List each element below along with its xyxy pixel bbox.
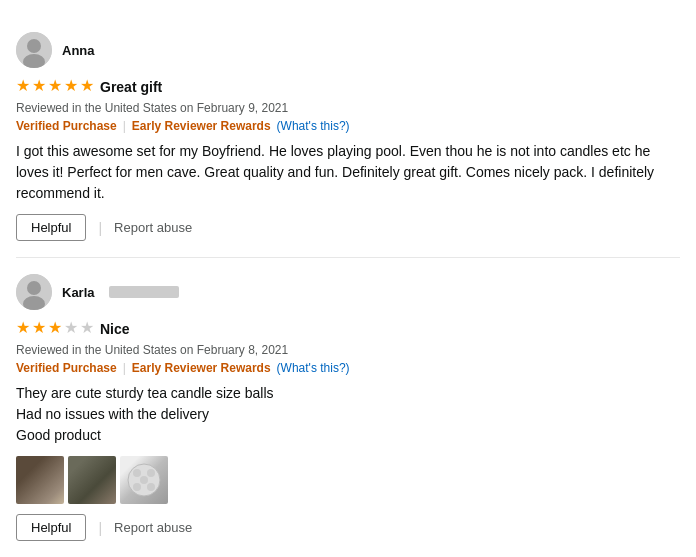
stars-row-1: ★ ★ ★ ★ ★ Great gift bbox=[16, 76, 680, 97]
svg-point-7 bbox=[133, 469, 141, 477]
review-item-1: Anna ★ ★ ★ ★ ★ Great gift Reviewed in th… bbox=[16, 16, 680, 258]
review-body-2: They are cute sturdy tea candle size bal… bbox=[16, 383, 680, 446]
reviewer-name-1: Anna bbox=[62, 43, 95, 58]
svg-point-1 bbox=[27, 39, 41, 53]
svg-point-11 bbox=[140, 476, 148, 484]
badges-1: Verified Purchase | Early Reviewer Rewar… bbox=[16, 119, 680, 133]
avatar-2 bbox=[16, 274, 52, 310]
reviewer-name-2: Karla bbox=[62, 285, 95, 300]
review-body-line-3: Good product bbox=[16, 425, 680, 446]
review-title-1: Great gift bbox=[100, 79, 162, 95]
stars-row-2: ★ ★ ★ ★ ★ Nice bbox=[16, 318, 680, 339]
actions-2: Helpful | Report abuse bbox=[16, 514, 680, 541]
review-item-2: Karla ★ ★ ★ ★ ★ Nice Reviewed in the Uni… bbox=[16, 258, 680, 557]
star-1-5: ★ bbox=[80, 76, 94, 95]
separator-2: | bbox=[123, 361, 126, 375]
stars-2: ★ ★ ★ ★ ★ bbox=[16, 318, 94, 337]
separator-1: | bbox=[123, 119, 126, 133]
review-body-line-1: They are cute sturdy tea candle size bal… bbox=[16, 383, 680, 404]
star-2-2: ★ bbox=[32, 318, 46, 337]
review-date-1: Reviewed in the United States on Februar… bbox=[16, 101, 680, 115]
verified-badge-2: Verified Purchase bbox=[16, 361, 117, 375]
review-image-2[interactable] bbox=[68, 456, 116, 504]
whats-this-link-1[interactable]: (What's this?) bbox=[277, 119, 350, 133]
action-divider-2: | bbox=[98, 520, 102, 536]
report-abuse-link-1[interactable]: Report abuse bbox=[114, 220, 192, 235]
review-image-3[interactable] bbox=[120, 456, 168, 504]
star-1-3: ★ bbox=[48, 76, 62, 95]
star-2-5: ★ bbox=[80, 318, 94, 337]
review-image-1[interactable] bbox=[16, 456, 64, 504]
star-2-4: ★ bbox=[64, 318, 78, 337]
star-1-4: ★ bbox=[64, 76, 78, 95]
star-1-1: ★ bbox=[16, 76, 30, 95]
review-body-line-2: Had no issues with the delivery bbox=[16, 404, 680, 425]
review-images-2 bbox=[16, 456, 680, 504]
action-divider-1: | bbox=[98, 220, 102, 236]
helpful-button-2[interactable]: Helpful bbox=[16, 514, 86, 541]
report-abuse-link-2[interactable]: Report abuse bbox=[114, 520, 192, 535]
star-1-2: ★ bbox=[32, 76, 46, 95]
review-date-2: Reviewed in the United States on Februar… bbox=[16, 343, 680, 357]
svg-point-8 bbox=[147, 469, 155, 477]
reviewer-header-1: Anna bbox=[16, 32, 680, 68]
star-2-1: ★ bbox=[16, 318, 30, 337]
avatar-1 bbox=[16, 32, 52, 68]
star-2-3: ★ bbox=[48, 318, 62, 337]
verified-badge-1: Verified Purchase bbox=[16, 119, 117, 133]
reviewer-name-redacted-2 bbox=[109, 286, 179, 298]
actions-1: Helpful | Report abuse bbox=[16, 214, 680, 241]
review-body-1: I got this awesome set for my Boyfriend.… bbox=[16, 141, 680, 204]
review-title-2: Nice bbox=[100, 321, 130, 337]
svg-point-10 bbox=[147, 483, 155, 491]
helpful-button-1[interactable]: Helpful bbox=[16, 214, 86, 241]
reviewer-header-2: Karla bbox=[16, 274, 680, 310]
early-reviewer-badge-2: Early Reviewer Rewards bbox=[132, 361, 271, 375]
whats-this-link-2[interactable]: (What's this?) bbox=[277, 361, 350, 375]
stars-1: ★ ★ ★ ★ ★ bbox=[16, 76, 94, 95]
early-reviewer-badge-1: Early Reviewer Rewards bbox=[132, 119, 271, 133]
svg-point-9 bbox=[133, 483, 141, 491]
badges-2: Verified Purchase | Early Reviewer Rewar… bbox=[16, 361, 680, 375]
svg-point-4 bbox=[27, 281, 41, 295]
